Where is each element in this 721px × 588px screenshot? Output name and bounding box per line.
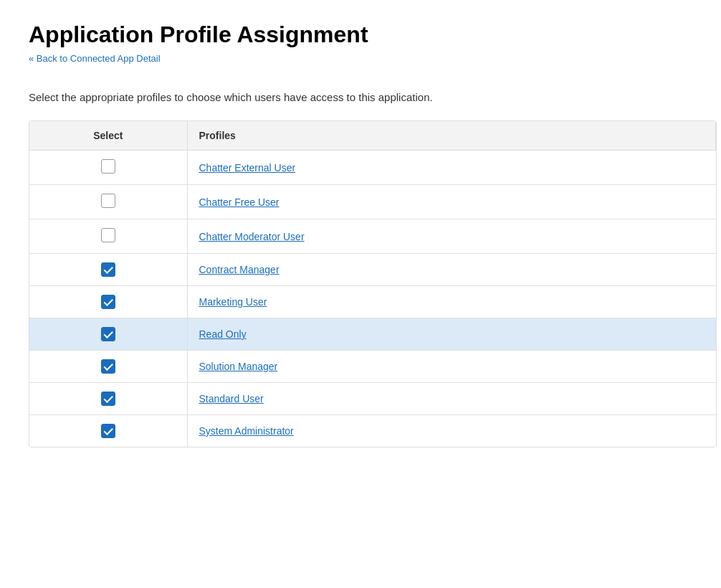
profiles-table-container: Select Profiles Chatter External UserCha… [29, 120, 717, 447]
checkbox-cell [29, 185, 187, 219]
table-row: Read Only [29, 318, 716, 351]
profile-checkbox[interactable] [101, 327, 115, 341]
profile-link[interactable]: Solution Manager [199, 361, 278, 372]
profile-checkbox[interactable] [101, 159, 115, 174]
profile-link[interactable]: Chatter Free User [199, 196, 280, 208]
table-row: Standard User [29, 383, 716, 415]
table-header-row: Select Profiles [29, 121, 716, 151]
table-body: Chatter External UserChatter Free UserCh… [29, 151, 716, 447]
profile-checkbox[interactable] [101, 228, 115, 242]
checkbox-cell [29, 286, 187, 318]
checkbox-label[interactable] [101, 262, 115, 277]
checkbox-cell [29, 351, 187, 383]
profile-cell: Contract Manager [187, 254, 716, 286]
profile-cell: Read Only [187, 318, 716, 351]
profile-cell: Marketing User [187, 286, 716, 318]
table-row: Contract Manager [29, 254, 716, 286]
profile-cell: Chatter Free User [187, 185, 716, 219]
profile-link[interactable]: System Administrator [199, 425, 294, 437]
table-row: System Administrator [29, 415, 716, 447]
checkbox-cell [29, 254, 187, 286]
checkbox-label[interactable] [101, 159, 115, 174]
profile-cell: Solution Manager [187, 351, 716, 383]
profile-link[interactable]: Chatter Moderator User [199, 231, 305, 242]
back-to-connected-app-link[interactable]: « Back to Connected App Detail [29, 53, 161, 64]
profile-checkbox[interactable] [101, 359, 115, 374]
checkbox-label[interactable] [101, 327, 115, 341]
page-description: Select the appropriate profiles to choos… [29, 91, 692, 103]
profile-cell: Chatter External User [187, 151, 716, 185]
checkbox-cell [29, 383, 187, 415]
profiles-column-header: Profiles [187, 121, 716, 151]
checkbox-label[interactable] [101, 295, 115, 309]
checkbox-cell [29, 415, 187, 447]
profile-cell: Standard User [187, 383, 716, 415]
checkbox-cell [29, 219, 187, 254]
profile-checkbox[interactable] [101, 295, 115, 309]
checkbox-label[interactable] [101, 228, 115, 242]
checkbox-cell [29, 318, 187, 351]
select-column-header: Select [29, 121, 187, 151]
profile-cell: System Administrator [187, 415, 716, 447]
table-row: Marketing User [29, 286, 716, 318]
profile-link[interactable]: Read Only [199, 328, 247, 340]
profile-checkbox[interactable] [101, 262, 115, 277]
table-row: Solution Manager [29, 351, 716, 383]
profile-checkbox[interactable] [101, 392, 115, 406]
checkbox-label[interactable] [101, 194, 115, 208]
checkbox-label[interactable] [101, 424, 115, 438]
profile-link[interactable]: Marketing User [199, 296, 267, 308]
profile-cell: Chatter Moderator User [187, 219, 716, 254]
table-row: Chatter External User [29, 151, 716, 185]
checkbox-label[interactable] [101, 359, 115, 374]
profiles-table: Select Profiles Chatter External UserCha… [29, 121, 716, 447]
profile-link[interactable]: Standard User [199, 393, 264, 404]
profile-link[interactable]: Chatter External User [199, 162, 296, 174]
table-row: Chatter Moderator User [29, 219, 716, 254]
profile-link[interactable]: Contract Manager [199, 264, 280, 275]
profile-checkbox[interactable] [101, 194, 115, 208]
page-title: Application Profile Assignment [29, 22, 692, 48]
table-row: Chatter Free User [29, 185, 716, 219]
profile-checkbox[interactable] [101, 424, 115, 438]
checkbox-cell [29, 151, 187, 185]
checkbox-label[interactable] [101, 392, 115, 406]
